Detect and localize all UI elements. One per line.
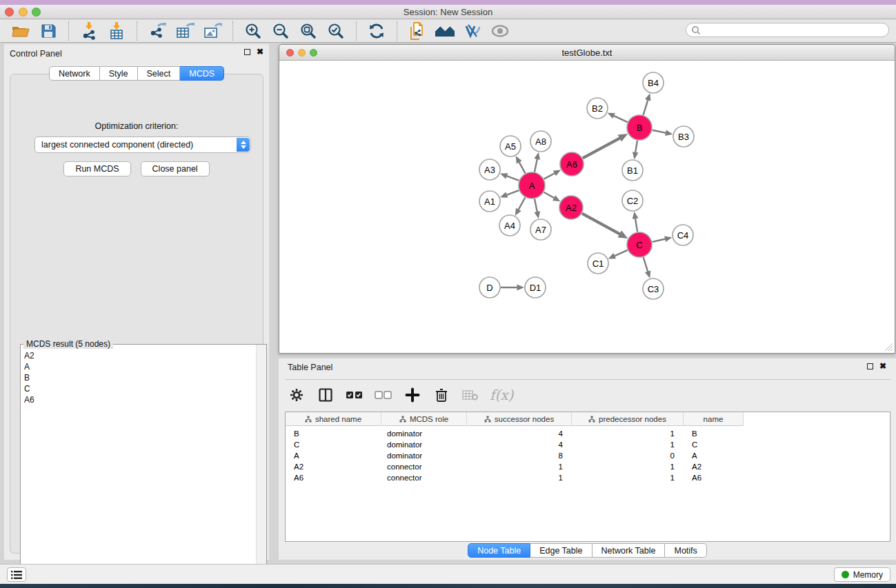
clone-network-icon[interactable] [406,21,429,41]
network-window-titlebar[interactable]: testGlobe.txt [279,45,895,61]
graph-edge-B-B1[interactable] [635,141,637,153]
tab-style[interactable]: Style [100,66,138,81]
graph-edge-A-A4[interactable] [518,198,525,210]
zoom-fit-icon[interactable] [297,21,320,41]
tab-motifs[interactable]: Motifs [665,543,706,558]
refresh-layout-icon[interactable] [365,21,388,41]
graph-edge-B-B4[interactable] [644,99,648,114]
float-panel-icon[interactable] [867,363,873,369]
run-mcds-button[interactable]: Run MCDS [63,161,130,176]
table-cell: 1 [572,428,684,439]
table-cell: dominator [381,439,467,450]
memory-button[interactable]: Memory [834,567,890,582]
graph-edge-A-A1[interactable] [506,190,519,195]
export-image-icon[interactable] [201,21,224,41]
mcds-result-item[interactable]: A6 [21,394,256,405]
close-view-icon[interactable] [286,49,294,57]
tab-network-table[interactable]: Network Table [593,543,666,558]
table-row[interactable]: Adominator80A [286,450,890,461]
open-session-icon[interactable] [9,21,32,41]
export-table-icon[interactable] [173,21,197,41]
graph-edge-A-A3[interactable] [506,176,519,181]
close-window-icon[interactable] [5,8,14,17]
arrowhead-icon [645,270,650,278]
graph-edge-A2-C[interactable] [582,214,620,234]
tab-network[interactable]: Network [49,66,100,81]
mcds-result-item[interactable]: A [21,361,256,372]
show-all-icon[interactable] [488,21,512,41]
graph-edge-C-C3[interactable] [644,257,648,272]
search-icon [691,26,701,35]
deselect-all-icon[interactable] [374,385,393,405]
toolbar-separator [68,21,69,41]
graph-node-label: A6 [566,159,577,170]
graph-edge-C-C4[interactable] [653,239,666,242]
zoom-out-icon[interactable] [269,21,292,41]
panel-list-button[interactable] [7,567,26,582]
toolbar-separator [356,21,357,41]
main-toolbar [0,19,896,43]
import-table-icon[interactable] [105,21,128,41]
tab-node-table[interactable]: Node Table [468,543,530,558]
column-header-predecessor-nodes[interactable]: predecessor nodes [572,412,684,426]
select-all-icon[interactable] [345,385,364,405]
tab-mcds[interactable]: MCDS [180,66,224,81]
network-canvas[interactable]: B4B2BB3B1A5A8A6A3AA1A2A4A7C2CC4C1C3DD1 [279,61,895,353]
table-header-row: shared name MCDS role successor nodes pr… [286,412,890,426]
zoom-in-icon[interactable] [241,21,265,41]
graph-edge-B-B2[interactable] [613,116,628,122]
columns-icon[interactable] [316,385,335,405]
search-input[interactable] [686,23,889,37]
maximize-view-icon[interactable] [310,49,317,57]
resize-grip-icon[interactable] [884,343,893,352]
graph-edge-A-A5[interactable] [519,161,525,173]
close-panel-button[interactable]: Close panel [141,161,210,176]
column-header-shared-name[interactable]: shared name [286,412,381,426]
table-row[interactable]: A6connector11A6 [286,472,890,483]
save-session-icon[interactable] [37,21,60,41]
graph-edge-A-A6[interactable] [544,173,555,179]
criterion-dropdown[interactable]: largest connected component (directed) [34,136,251,153]
mcds-result-item[interactable]: C [21,383,256,394]
tab-select[interactable]: Select [138,66,181,81]
maximize-window-icon[interactable] [32,8,41,17]
home-icon[interactable] [433,21,457,41]
graph-edge-A-A8[interactable] [535,159,537,172]
add-column-icon[interactable] [403,385,422,405]
close-panel-icon[interactable]: ✖ [257,48,263,55]
minimize-window-icon[interactable] [19,8,28,17]
import-network-icon[interactable] [77,21,101,41]
arrowhead-icon [534,152,540,160]
table-row[interactable]: Bdominator41B [286,428,890,439]
table-cell: 1 [572,439,684,450]
graph-edge-B-B3[interactable] [653,130,666,133]
arrowhead-icon [500,192,508,198]
mcds-result-item[interactable]: B [21,372,256,383]
column-type-icon [305,416,312,423]
graph-edge-A-A2[interactable] [544,192,555,199]
column-header-name[interactable]: name [684,412,744,426]
tab-edge-table[interactable]: Edge Table [530,543,592,558]
column-header-successor-nodes[interactable]: successor nodes [467,412,572,426]
graph-edge-C-C2[interactable] [635,218,637,232]
toolbar-separator [232,21,233,41]
table-cell: 0 [572,450,684,461]
hide-selected-icon[interactable] [461,21,484,41]
mcds-result-item[interactable]: A2 [21,350,256,361]
scrollbar-track[interactable] [256,345,266,580]
zoom-selected-icon[interactable] [324,21,348,41]
table-row[interactable]: A2connector11A2 [286,461,890,472]
table-row[interactable]: Cdominator41C [286,439,890,450]
graph-edge-A6-B[interactable] [583,138,620,158]
float-panel-icon[interactable] [244,49,250,55]
gear-icon[interactable] [287,385,306,405]
column-header-mcds-role[interactable]: MCDS role [381,412,467,426]
delete-column-icon[interactable] [432,385,451,405]
close-panel-icon[interactable]: ✖ [879,363,886,369]
graph-node-label: B2 [592,103,603,114]
graph-edge-A-A7[interactable] [535,199,537,212]
export-network-icon[interactable] [146,21,169,41]
minimize-view-icon[interactable] [298,49,306,57]
table-cell: B [286,428,381,439]
graph-edge-C-C1[interactable] [614,250,627,256]
